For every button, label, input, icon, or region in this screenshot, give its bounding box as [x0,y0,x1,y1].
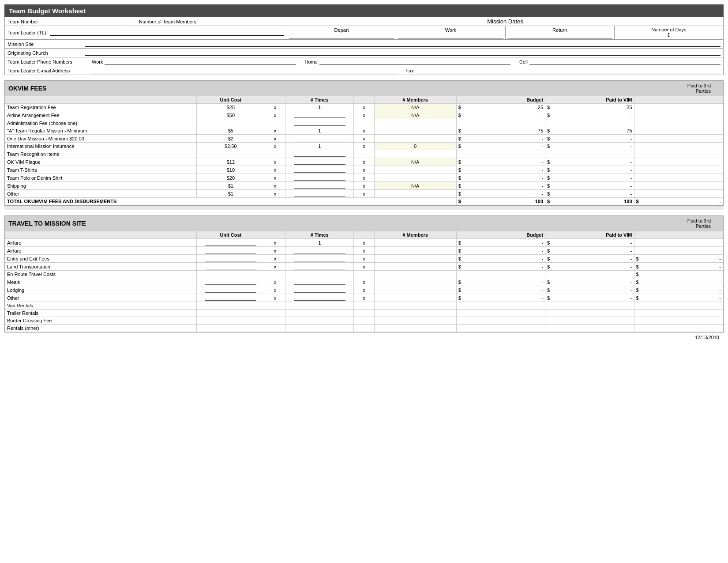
times-input[interactable] [294,120,345,126]
row-paid-3rd [634,127,723,135]
row-description: Van Rentals [5,302,197,310]
row-x2: x [354,255,374,263]
work-phone-label: Work [92,59,103,64]
travel-section: TRAVEL TO MISSION SITE Paid to 3rdPartie… [4,215,724,333]
row-paid-vim: $- [545,166,634,174]
row-description: Airfare [5,239,197,247]
times-input[interactable] [294,191,345,196]
row-unit-cost: $25 [196,104,265,111]
row-times [285,286,354,294]
team-leader-input[interactable] [50,30,284,36]
row-description: OK VIM Plaque [5,158,197,166]
row-unit-cost [196,302,265,310]
mission-site-input[interactable] [85,41,720,47]
times-input[interactable] [294,256,345,261]
times-input[interactable] [294,112,345,118]
num-members-input[interactable] [199,19,284,24]
num-days-col: Number of Days 1 [615,26,723,39]
table-row: Meals x x $- $- $- [5,278,723,286]
row-x1 [265,325,285,332]
row-budget: $- [456,158,545,166]
row-paid-3rd [634,166,723,174]
row-budget: $75 [456,127,545,135]
team-number-input[interactable] [41,19,126,24]
row-x2 [354,317,374,325]
row-description: Airfare [5,247,197,255]
row-budget: $- [456,255,545,263]
times-input[interactable] [294,264,345,269]
times-input[interactable] [294,136,345,141]
fax-label: Fax [405,68,413,73]
originating-church-input[interactable] [85,50,720,56]
times-input[interactable] [294,159,345,165]
row-times [285,302,354,310]
home-phone-input[interactable] [319,59,510,64]
row-members [374,127,456,135]
row-members [374,271,456,278]
row-x2: x [354,135,374,143]
work-phone-input[interactable] [105,59,296,64]
fees-total-row: TOTAL OKUMVIM FEES AND DISBURSEMENTS $ 1… [5,198,723,205]
email-input[interactable] [92,68,397,73]
row-members: 0 [374,143,456,150]
depart-label: Depart [334,27,349,33]
row-paid-vim: $- [545,182,634,190]
unit-cost-input[interactable] [205,264,256,269]
unit-cost-input[interactable] [205,248,256,253]
row-x2: x [354,143,374,150]
table-row: Team Registration Fee $25 x 1 x N/A $25 … [5,104,723,111]
row-paid-vim: $25 [545,104,634,111]
row-paid-3rd [634,150,723,158]
row-paid-3rd [634,111,723,119]
header-row-1: Team Number Number of Team Members Missi… [5,17,723,26]
num-days-label: Number of Days [651,27,686,32]
table-row: Lodging x x $- $- $- [5,286,723,294]
team-leader-block: Team Leader (TL): [5,26,287,39]
times-input[interactable] [294,279,345,285]
table-row: Land Transportation x x $- $- $- [5,263,723,271]
unit-cost-input[interactable] [205,279,256,285]
row-paid-3rd [634,239,723,247]
row-paid-vim [545,271,634,278]
times-input[interactable] [294,287,345,293]
row-paid-vim: $- [545,294,634,302]
table-row: Van Rentals [5,302,723,310]
cell-input[interactable] [529,59,720,64]
row-members [374,190,456,198]
row-unit-cost: $20 [196,174,265,182]
work-input[interactable] [398,33,503,38]
row-unit-cost [196,119,265,127]
row-description: Team Polo or Denim Shirt [5,174,197,182]
row-description: Trailer Rentals [5,310,197,317]
row-paid-3rd [634,143,723,150]
unit-cost-input[interactable] [205,295,256,301]
times-input[interactable] [294,183,345,189]
times-input[interactable] [294,248,345,253]
row-x2: x [354,174,374,182]
header-section: Team Number Number of Team Members Missi… [4,17,724,75]
return-input[interactable] [507,33,612,38]
row-paid-vim: $- [545,263,634,271]
times-input[interactable] [294,151,345,157]
unit-cost-input[interactable] [205,256,256,261]
table-row: Rentals (other) [5,325,723,332]
unit-cost-input[interactable] [205,240,256,246]
row-x1: x [265,158,285,166]
row-times [285,325,354,332]
row-members [374,150,456,158]
row-members: N/A [374,111,456,119]
row-budget [456,271,545,278]
row-x1: x [265,294,285,302]
times-input[interactable] [294,175,345,181]
row-members [374,286,456,294]
row-members: N/A [374,158,456,166]
fax-input[interactable] [416,68,720,73]
row-members [374,166,456,174]
times-input[interactable] [294,295,345,301]
row-unit-cost [196,294,265,302]
table-row: Team Polo or Denim Shirt $20 x x $- $- [5,174,723,182]
depart-input[interactable] [289,33,394,38]
unit-cost-input[interactable] [205,287,256,293]
work-col: Work [396,26,505,39]
times-input[interactable] [294,167,345,173]
